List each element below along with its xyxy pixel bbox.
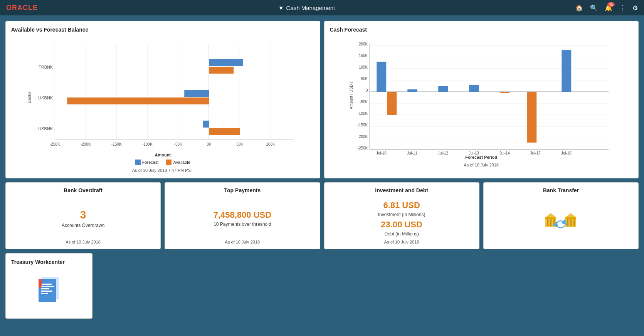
svg-text:Jul-17: Jul-17 [530, 151, 541, 155]
investment-debt-card[interactable]: Investment and Debt 6.81 USD Investment … [324, 182, 479, 249]
notification-icon[interactable]: 🔔 45 [605, 4, 612, 12]
svg-rect-69 [41, 293, 48, 294]
investment-debt-title: Investment and Debt [330, 187, 474, 193]
investment-label: Investment (in Millions) [330, 212, 474, 217]
header-icons: 🏠 🔍 🔔 45 ⋮ ⚙ [575, 4, 638, 12]
svg-rect-54 [550, 219, 552, 226]
svg-text:-250K: -250K [357, 146, 368, 150]
jul17-orange-bar [527, 92, 536, 143]
debt-value: 23.00 USD [330, 220, 474, 230]
svg-rect-53 [547, 219, 548, 226]
main-content: Available vs Forecast Balance Banks -250… [0, 15, 644, 324]
jul10-orange-bar [387, 92, 397, 115]
notification-badge: 45 [607, 2, 615, 7]
bank-overdraft-card[interactable]: Bank Overdraft 3 Accounts Overdrawn As o… [5, 182, 161, 249]
ukbnk-forecast-bar [184, 90, 209, 97]
svg-rect-60 [570, 219, 572, 226]
forecast-legend-label: Forecast [142, 160, 159, 165]
svg-rect-61 [573, 219, 575, 226]
home-icon[interactable]: 🏠 [575, 4, 583, 12]
svg-text:UKBNK: UKBNK [38, 96, 53, 100]
svg-text:-50K: -50K [174, 142, 182, 146]
svg-text:150K: 150K [358, 54, 368, 58]
jul10-blue-bar [377, 62, 386, 92]
svg-text:USBNK: USBNK [38, 126, 53, 131]
header: ORACLE ▼ Cash Management 🏠 🔍 🔔 45 ⋮ ⚙ [0, 0, 644, 15]
more-icon[interactable]: ⋮ [619, 4, 626, 12]
chart1-svg: Banks -250K -200K -150K -100K -50K 0K 50… [11, 36, 314, 155]
svg-rect-68 [41, 291, 52, 292]
legend-available: Available [166, 160, 190, 165]
top-payments-card[interactable]: Top Payments 7,458,800 USD 10 Payments o… [165, 182, 320, 249]
bank-transfer-card[interactable]: Bank Transfer [483, 182, 639, 249]
treasury-workcenter-card[interactable]: Treasury Workcenter [5, 253, 92, 319]
chart2-x-label: Forecast Period [330, 155, 633, 160]
forecast-legend-box [135, 160, 141, 165]
chart1-legend: Forecast Available [11, 160, 314, 165]
bank-transfer-svg [543, 207, 578, 234]
chart1-footer: As of 10 July 2018 7:47 PM PST [11, 168, 314, 173]
svg-rect-55 [553, 219, 555, 226]
svg-rect-59 [567, 219, 568, 226]
svg-marker-62 [565, 213, 576, 217]
svg-text:Banks: Banks [27, 91, 32, 103]
legend-forecast: Forecast [135, 160, 159, 165]
top-payments-label: 10 Payments over threshold [170, 222, 314, 227]
svg-text:-150K: -150K [111, 142, 122, 146]
available-legend-label: Available [173, 160, 190, 165]
top-payments-as-of: As of 10 July 2018 [170, 240, 314, 244]
svg-text:-50K: -50K [360, 100, 368, 104]
svg-text:-200K: -200K [357, 134, 368, 139]
svg-text:0: 0 [365, 88, 368, 92]
svg-rect-66 [41, 286, 54, 287]
svg-text:Jul-18: Jul-18 [561, 151, 572, 155]
svg-text:Jul-10: Jul-10 [376, 151, 387, 155]
chart2-container: Amount ( USD ) 200K 150K 100K 50K 0 -50K… [330, 36, 633, 160]
treasury-row: Treasury Workcenter [5, 253, 639, 319]
svg-text:100K: 100K [266, 142, 276, 146]
usbnk-forecast-bar [203, 121, 209, 128]
svg-text:-100K: -100K [357, 111, 368, 116]
treasury-icon-area [11, 268, 87, 313]
svg-text:50K: 50K [361, 77, 368, 81]
jul14-orange-bar [500, 92, 509, 93]
app-title: ▼ Cash Management [278, 5, 335, 11]
chart2-footer: As of 10 July 2018 [330, 163, 633, 167]
bank-overdraft-title: Bank Overdraft [11, 187, 155, 193]
investment-as-of: As of 10 July 2018 [330, 240, 474, 244]
user-icon[interactable]: ⚙ [632, 4, 638, 12]
overdraft-value: 3 [11, 209, 155, 221]
svg-marker-56 [545, 213, 556, 217]
svg-text:-150K: -150K [357, 123, 368, 127]
jul13-blue-bar [469, 85, 479, 92]
bank-transfer-icon-area [489, 197, 633, 244]
svg-text:-250K: -250K [50, 142, 60, 146]
svg-rect-65 [41, 284, 52, 285]
oracle-logo: ORACLE [6, 4, 38, 12]
title-arrow: ▼ [278, 5, 284, 11]
svg-rect-70 [39, 279, 42, 287]
top-payments-title: Top Payments [170, 187, 314, 193]
svg-text:Jul-12: Jul-12 [437, 151, 448, 155]
chart2-title: Cash Forecast [330, 27, 633, 33]
jul12-blue-bar [438, 86, 448, 92]
svg-text:Jul-11: Jul-11 [407, 151, 417, 155]
svg-text:200K: 200K [358, 42, 368, 46]
available-forecast-card: Available vs Forecast Balance Banks -250… [5, 21, 320, 178]
jul18-blue-bar [562, 50, 571, 92]
search-icon[interactable]: 🔍 [590, 4, 598, 12]
jul11-blue-bar [407, 89, 417, 92]
svg-text:-200K: -200K [81, 142, 91, 146]
chart1-container: Banks -250K -200K -150K -100K -50K 0K 50… [11, 36, 314, 165]
charts-row: Available vs Forecast Balance Banks -250… [5, 21, 639, 178]
ukbnk-available-bar [67, 97, 209, 104]
treasury-icon-svg [35, 275, 62, 306]
usbnk-available-bar [209, 128, 240, 135]
app-title-text: Cash Management [286, 5, 335, 11]
top-payments-value: 7,458,800 USD [170, 210, 314, 220]
svg-text:50K: 50K [236, 142, 243, 146]
svg-text:-100K: -100K [142, 142, 153, 146]
debt-label: Debt (in Millions) [330, 231, 474, 237]
info-cards-row: Bank Overdraft 3 Accounts Overdrawn As o… [5, 182, 639, 249]
chart1-title: Available vs Forecast Balance [11, 27, 314, 33]
